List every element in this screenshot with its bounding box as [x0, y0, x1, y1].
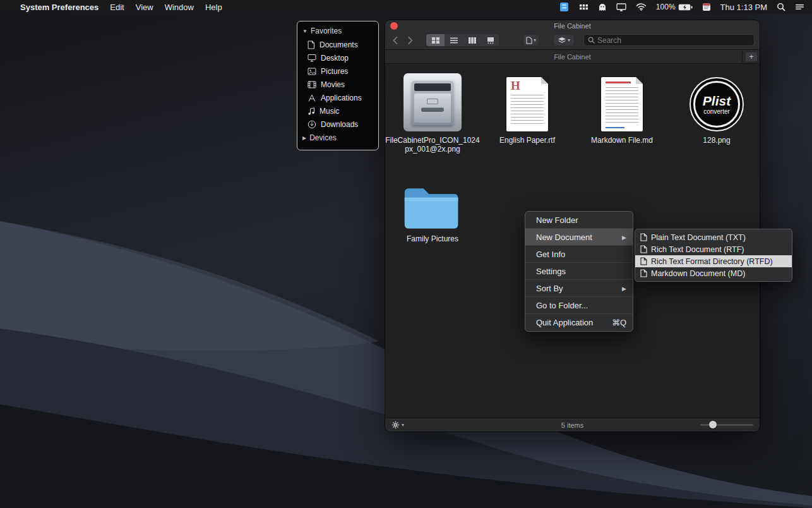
- menu-edit[interactable]: Edit: [110, 3, 124, 12]
- music-icon: [307, 107, 315, 116]
- menu-item-quit-application[interactable]: Quit Application ⌘Q: [525, 314, 633, 331]
- markdown-document-thumbnail: [601, 71, 643, 131]
- sidebar-item-applications[interactable]: Applications: [297, 91, 378, 104]
- calendar-icon[interactable]: [702, 3, 711, 11]
- sidebar-item-label: Music: [319, 107, 339, 116]
- window-titlebar[interactable]: File Cabinet: [385, 20, 760, 31]
- window-title: File Cabinet: [385, 22, 760, 30]
- sidebar-item-label: Applications: [321, 94, 362, 102]
- menu-help[interactable]: Help: [205, 3, 222, 12]
- submenu-item-plain-text[interactable]: Plain Text Document (TXT): [635, 231, 792, 243]
- file-item[interactable]: Family Pictures: [385, 170, 480, 243]
- file-cabinet-app-icon[interactable]: [559, 2, 570, 12]
- file-item[interactable]: FileCabinetPro_ICON_1024px_001@2x.png: [385, 71, 480, 154]
- file-cabinet-image-icon: [403, 73, 462, 131]
- column-view-icon: [468, 37, 477, 44]
- search-icon: [588, 37, 595, 44]
- menu-item-get-info[interactable]: Get Info: [525, 246, 633, 263]
- header-divider: [742, 50, 743, 63]
- menu-item-settings[interactable]: Settings: [525, 263, 633, 280]
- display-icon[interactable]: [616, 3, 626, 11]
- current-folder-title: File Cabinet: [385, 53, 760, 61]
- menu-item-sort-by[interactable]: Sort By ▶: [525, 280, 633, 297]
- file-item[interactable]: Plist converter 128.png: [669, 71, 760, 154]
- spotlight-search-icon[interactable]: [777, 3, 785, 11]
- favorites-section-header[interactable]: ▼ Favorites: [297, 25, 378, 38]
- markdown-heading-line: [606, 82, 631, 83]
- submenu-item-rtfd[interactable]: Rich Text Format Directory (RTFD): [635, 255, 792, 267]
- sidebar-item-pictures[interactable]: Pictures: [297, 64, 378, 78]
- grid-view-icon: [431, 37, 440, 44]
- sidebar-item-music[interactable]: Music: [297, 104, 378, 118]
- slider-knob[interactable]: [709, 421, 717, 428]
- menu-item-new-folder[interactable]: New Folder: [525, 212, 633, 229]
- rtf-document-thumbnail: H: [506, 71, 548, 131]
- search-field[interactable]: [583, 34, 755, 46]
- file-item[interactable]: H English Paper.rtf: [480, 71, 575, 154]
- favorites-label: Favorites: [311, 27, 342, 35]
- window-status-bar: 5 items ▾: [385, 418, 760, 432]
- devices-section-header[interactable]: ▶ Devices: [297, 132, 378, 145]
- search-input[interactable]: [597, 36, 750, 45]
- file-item[interactable]: Markdown File.md: [575, 71, 669, 154]
- group-action-dropdown[interactable]: ▾: [553, 34, 575, 46]
- stack-icon: [558, 37, 566, 44]
- menu-window[interactable]: Window: [165, 3, 194, 12]
- chevron-down-icon: ▾: [402, 422, 404, 428]
- folder-icon: [402, 184, 463, 230]
- menu-item-new-document[interactable]: New Document ▶: [525, 229, 633, 246]
- markdown-link-line: [606, 127, 624, 128]
- file-name: Markdown File.md: [591, 136, 653, 145]
- forward-button[interactable]: [405, 34, 415, 47]
- menu-app-name[interactable]: System Preferences: [20, 3, 99, 12]
- add-tab-button[interactable]: +: [745, 52, 758, 62]
- battery-indicator[interactable]: 100%: [656, 3, 693, 11]
- list-view-icon: [450, 37, 458, 44]
- desktop: System Preferences Edit View Window Help: [0, 0, 812, 508]
- sidebar-item-documents[interactable]: Documents: [297, 38, 378, 51]
- icon-view-button[interactable]: [426, 34, 445, 46]
- column-view-button[interactable]: [463, 34, 481, 46]
- disclosure-triangle-closed-icon[interactable]: ▶: [302, 135, 306, 141]
- pictures-icon: [307, 68, 316, 75]
- disclosure-triangle-open-icon[interactable]: ▼: [302, 28, 307, 34]
- battery-icon: [678, 4, 693, 11]
- submenu-item-rich-text[interactable]: Rich Text Document (RTF): [635, 243, 792, 255]
- list-view-button[interactable]: [445, 34, 463, 46]
- window-header-bar: File Cabinet +: [385, 50, 760, 64]
- document-page-icon: H: [506, 77, 548, 131]
- favorites-panel: ▼ Favorites Documents Desktop Pictures M…: [297, 21, 379, 150]
- sidebar-item-downloads[interactable]: Downloads: [297, 118, 378, 131]
- downloads-icon: [307, 120, 316, 129]
- ghost-icon[interactable]: [598, 3, 607, 11]
- png-image-thumbnail: [403, 71, 462, 131]
- sidebar-item-movies[interactable]: Movies: [297, 78, 378, 91]
- grid-icon[interactable]: [579, 3, 588, 11]
- document-action-dropdown[interactable]: ▾: [523, 34, 539, 46]
- sidebar-item-desktop[interactable]: Desktop: [297, 51, 378, 64]
- wifi-icon[interactable]: [636, 3, 647, 11]
- document-icon: [640, 245, 647, 253]
- submenu-item-markdown[interactable]: Markdown Document (MD): [635, 267, 792, 279]
- document-icon: [526, 37, 532, 44]
- submenu-arrow-icon: ▶: [622, 234, 626, 241]
- file-name: Family Pictures: [407, 234, 458, 243]
- menu-item-go-to-folder[interactable]: Go to Folder...: [525, 297, 633, 314]
- sidebar-item-label: Movies: [321, 80, 345, 89]
- menu-bar-clock[interactable]: Thu 1:13 PM: [720, 3, 767, 12]
- gallery-view-button[interactable]: [481, 34, 499, 46]
- icon-size-slider[interactable]: [700, 424, 753, 426]
- sidebar-item-label: Documents: [319, 40, 358, 49]
- notification-center-icon[interactable]: [795, 3, 804, 11]
- document-text-lines: [511, 95, 544, 125]
- battery-percent-label: 100%: [656, 3, 676, 11]
- icon-text-bottom: converter: [703, 108, 730, 115]
- menu-view[interactable]: View: [136, 3, 153, 12]
- back-button[interactable]: [390, 34, 400, 47]
- document-text-lines: [606, 87, 638, 125]
- file-name: English Paper.rtf: [499, 136, 555, 145]
- plist-converter-icon: Plist converter: [690, 77, 744, 131]
- action-gear-dropdown[interactable]: ▾: [391, 421, 404, 429]
- page-fold-icon: [636, 77, 643, 84]
- close-button[interactable]: [390, 22, 398, 30]
